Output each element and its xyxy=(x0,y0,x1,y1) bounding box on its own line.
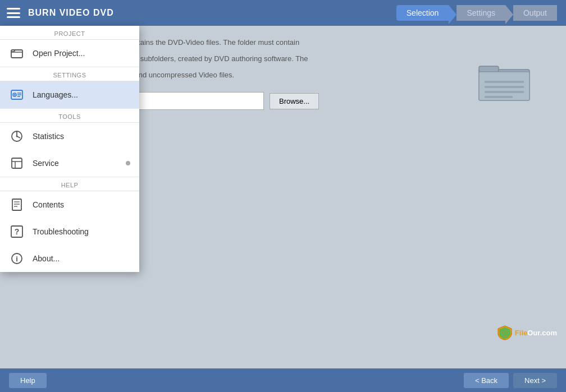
svg-text:?: ? xyxy=(15,227,20,236)
open-project-label: Open Project... xyxy=(33,49,85,58)
step-settings[interactable]: Settings xyxy=(457,5,505,21)
svg-rect-1 xyxy=(479,66,499,72)
folder-open-icon xyxy=(9,45,25,61)
contents-icon xyxy=(9,197,25,213)
statistics-label: Statistics xyxy=(33,132,64,141)
menu-item-about[interactable]: i About... xyxy=(0,245,139,272)
bottom-bar: Help < Back Next > xyxy=(0,368,566,392)
menu-item-service[interactable]: Service xyxy=(0,150,139,177)
watermark-text: FileOur.com xyxy=(515,329,557,337)
menu-section-help: HELP xyxy=(0,177,139,191)
service-dot xyxy=(126,161,130,165)
nav-buttons: < Back Next > xyxy=(464,373,557,388)
menu-section-tools: TOOLS xyxy=(0,109,139,123)
title-bar: BURN VIDEO DVD Selection Settings Output xyxy=(0,0,566,26)
svg-rect-21 xyxy=(12,199,21,210)
browse-button[interactable]: Browse... xyxy=(270,93,319,109)
svg-rect-4 xyxy=(485,86,524,88)
troubleshooting-icon: ? xyxy=(9,224,25,239)
about-label: About... xyxy=(33,254,60,263)
menu-item-contents[interactable]: Contents xyxy=(0,191,139,218)
folder-graphic xyxy=(476,59,532,104)
service-label: Service xyxy=(33,159,59,168)
menu-item-statistics[interactable]: Statistics xyxy=(0,123,139,150)
menu-item-languages[interactable]: Languages... xyxy=(0,81,139,108)
svg-rect-18 xyxy=(12,158,22,168)
menu-item-open-project[interactable]: Open Project... xyxy=(0,40,139,67)
menu-item-troubleshooting[interactable]: ? Troubleshooting xyxy=(0,218,139,245)
svg-point-17 xyxy=(16,136,18,137)
folder-icon-large xyxy=(476,59,532,104)
step-output[interactable]: Output xyxy=(513,5,557,21)
about-icon: i xyxy=(9,251,25,266)
help-button[interactable]: Help xyxy=(9,373,47,388)
watermark-shield-icon xyxy=(497,325,513,340)
next-button[interactable]: Next > xyxy=(513,373,557,388)
svg-point-10 xyxy=(14,94,16,96)
troubleshooting-label: Troubleshooting xyxy=(33,227,89,236)
contents-label: Contents xyxy=(33,200,64,209)
languages-icon xyxy=(9,87,25,103)
svg-text:i: i xyxy=(16,255,18,263)
languages-label: Languages... xyxy=(33,90,78,99)
dropdown-menu: PROJECT Open Project... SETTINGS Languag… xyxy=(0,26,139,272)
service-icon xyxy=(9,155,25,171)
hamburger-menu-button[interactable] xyxy=(7,8,20,18)
wizard-steps: Selection Settings Output xyxy=(396,5,557,21)
step-selection[interactable]: Selection xyxy=(396,5,449,21)
statistics-icon xyxy=(9,128,25,144)
watermark: FileOur.com xyxy=(497,325,557,340)
svg-rect-5 xyxy=(485,91,524,93)
svg-rect-7 xyxy=(11,50,22,58)
menu-section-settings: SETTINGS xyxy=(0,67,139,81)
svg-rect-6 xyxy=(485,96,513,98)
back-button[interactable]: < Back xyxy=(464,373,509,388)
svg-rect-3 xyxy=(485,81,524,83)
menu-section-project: PROJECT xyxy=(0,26,139,40)
app-title: BURN VIDEO DVD xyxy=(28,8,114,18)
